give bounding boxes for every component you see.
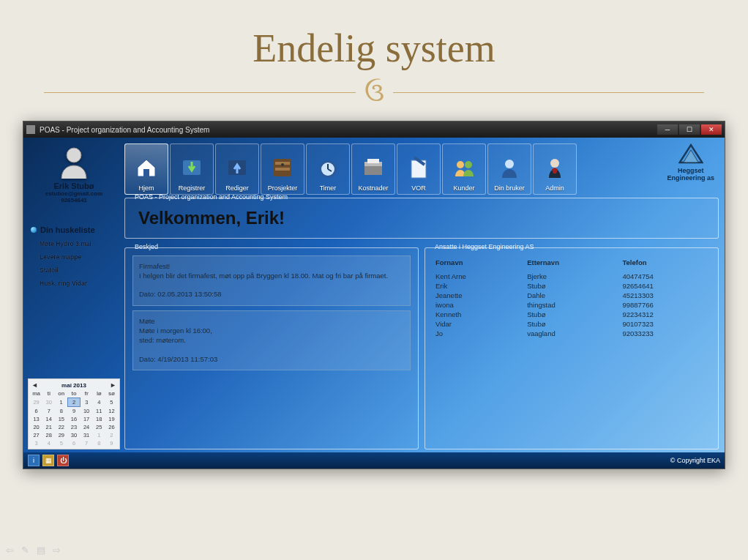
table-row[interactable]: VidarStubø90107323	[433, 320, 711, 328]
vor-icon	[404, 153, 433, 182]
calendar-day[interactable]: 17	[81, 415, 93, 423]
kostnader-icon	[359, 153, 388, 182]
calendar-day[interactable]: 14	[42, 415, 55, 423]
table-row[interactable]: Jovaagland92033233	[433, 329, 711, 337]
task-item[interactable]: Møte Hydro 3.mai	[26, 240, 91, 247]
user-phone: 92654641	[61, 197, 87, 204]
calendar-day[interactable]: 24	[81, 423, 93, 431]
calendar-day[interactable]: 10	[81, 407, 93, 416]
calendar-day[interactable]: 28	[42, 431, 55, 439]
message-body: I helgen blir det firmafest, møt opp på …	[139, 272, 404, 281]
calendar-day[interactable]: 23	[67, 423, 80, 431]
calendar-day[interactable]: 31	[81, 431, 93, 439]
calendar-day[interactable]: 21	[42, 423, 55, 431]
company-logo: Heggset Engineering as	[667, 143, 714, 182]
toolbar-vor[interactable]: VOR	[397, 143, 441, 195]
calendar-next-button[interactable]: ►	[110, 381, 116, 389]
table-row[interactable]: KennethStubø92234312	[433, 310, 711, 318]
calendar-day[interactable]: 9	[105, 439, 118, 447]
message-item[interactable]: MøteMøte i morgen kl 16:00,sted: møterom…	[132, 310, 411, 370]
calendar-day[interactable]: 2	[67, 398, 80, 407]
toolbar-registrer[interactable]: Registrer	[170, 143, 214, 195]
calendar-day[interactable]: 4	[93, 398, 105, 407]
calendar-dow: lø	[93, 389, 105, 398]
svg-point-7	[281, 163, 284, 166]
task-item[interactable]: Husk, ring Vidar	[26, 280, 87, 287]
calendar-day[interactable]: 30	[42, 398, 55, 407]
table-row[interactable]: JeanetteDahle45213303	[433, 291, 711, 299]
svg-rect-6	[275, 168, 290, 171]
calendar-dow: ma	[30, 389, 42, 398]
calendar-day[interactable]: 15	[55, 415, 67, 423]
window-close-button[interactable]: ✕	[701, 124, 722, 135]
calendar-grid[interactable]: mationtofrløsø 2930123456789101112131415…	[30, 389, 118, 447]
calendar-day[interactable]: 6	[67, 439, 80, 447]
calendar-day[interactable]: 29	[55, 431, 67, 439]
toolbar-prosjekter[interactable]: Prosjekter	[261, 143, 304, 195]
toolbar-label: Registrer	[179, 184, 206, 192]
toolbar-kostnader[interactable]: Kostnader	[351, 143, 395, 195]
calendar-day[interactable]: 13	[30, 415, 42, 423]
calendar-dow: ti	[42, 389, 55, 398]
calendar-day[interactable]: 7	[81, 439, 93, 447]
calendar-day[interactable]: 5	[105, 398, 118, 407]
table-cell: Dahle	[524, 291, 618, 299]
calendar-day[interactable]: 27	[30, 431, 42, 439]
message-item[interactable]: Firmafest!I helgen blir det firmafest, m…	[132, 255, 411, 306]
task-item[interactable]: Levere mappe	[26, 253, 81, 261]
calendar-day[interactable]: 6	[30, 407, 42, 416]
avatar	[56, 143, 92, 180]
svg-point-0	[67, 148, 81, 163]
calendar-day[interactable]: 30	[67, 431, 80, 439]
calendar-day[interactable]: 1	[55, 398, 67, 407]
calendar-day[interactable]: 18	[93, 415, 105, 423]
slide-pen-icon[interactable]: ✎	[21, 545, 29, 556]
calendar-day[interactable]: 1	[93, 431, 105, 439]
table-row[interactable]: Kent ArneBjerke40474754	[433, 272, 711, 280]
calendar-day[interactable]: 22	[55, 423, 67, 431]
calendar-day[interactable]: 26	[105, 423, 118, 431]
messages-legend: Beskjed	[132, 243, 160, 250]
statusbar-folder-icon[interactable]: ▦	[42, 455, 54, 466]
calendar-day[interactable]: 3	[30, 439, 42, 447]
table-row[interactable]: ErikStubø92654641	[433, 282, 711, 290]
slide-menu-icon[interactable]: ▤	[37, 545, 45, 556]
window-minimize-button[interactable]: ─	[657, 124, 678, 135]
table-row[interactable]: iwonathingstad99887766	[433, 301, 711, 309]
statusbar-exit-icon[interactable]: ⏻	[57, 455, 69, 466]
calendar-day[interactable]: 9	[67, 407, 80, 416]
calendar-day[interactable]: 4	[42, 439, 55, 447]
table-cell: Jo	[433, 329, 523, 337]
toolbar-hjem[interactable]: Hjem	[124, 143, 168, 195]
calendar-day[interactable]: 8	[93, 439, 105, 447]
table-cell: 40474754	[619, 272, 711, 280]
toolbar-admin[interactable]: Admin	[533, 143, 577, 195]
slide-next-icon[interactable]: ⇨	[53, 545, 61, 556]
toolbar-din-bruker[interactable]: Din bruker	[487, 143, 531, 195]
calendar-widget[interactable]: ◄ mai 2013 ► mationtofrløsø 293012345678…	[28, 378, 120, 449]
calendar-day[interactable]: 19	[105, 415, 118, 423]
hjem-icon	[132, 153, 161, 182]
timer-icon	[313, 153, 343, 182]
calendar-day[interactable]: 12	[105, 407, 118, 416]
calendar-day[interactable]: 5	[55, 439, 67, 447]
calendar-day[interactable]: 8	[55, 407, 67, 416]
calendar-day[interactable]: 29	[30, 398, 42, 407]
statusbar-info-icon[interactable]: i	[28, 455, 40, 466]
calendar-prev-button[interactable]: ◄	[31, 381, 38, 389]
toolbar-timer[interactable]: Timer	[306, 143, 350, 195]
sidebar: Erik Stubø estuboe@gmail.com 92654641 Di…	[23, 138, 124, 452]
calendar-day[interactable]: 2	[105, 431, 118, 439]
task-item[interactable]: Statoil	[26, 266, 59, 274]
slide-prev-icon[interactable]: ⇦	[6, 545, 14, 556]
toolbar-kunder[interactable]: Kunder	[442, 143, 486, 195]
toolbar-rediger[interactable]: Rediger	[215, 143, 259, 195]
calendar-day[interactable]: 3	[81, 398, 93, 407]
calendar-day[interactable]: 25	[93, 423, 105, 431]
window-maximize-button[interactable]: ☐	[679, 124, 700, 135]
calendar-day[interactable]: 11	[93, 407, 105, 416]
user-name: Erik Stubø	[53, 182, 94, 190]
calendar-day[interactable]: 16	[67, 415, 80, 423]
calendar-day[interactable]: 20	[30, 423, 42, 431]
calendar-day[interactable]: 7	[42, 407, 55, 416]
